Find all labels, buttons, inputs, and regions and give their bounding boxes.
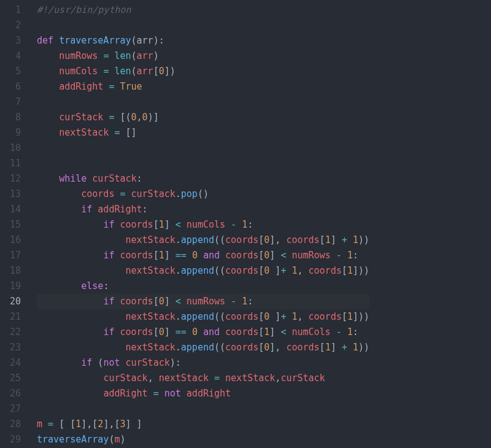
token: ]): [164, 66, 176, 77]
code-line[interactable]: coords = curStack.pop(): [37, 187, 369, 202]
code-line[interactable]: [37, 95, 369, 110]
token: 1: [347, 326, 353, 338]
line-number: 26: [0, 386, 21, 401]
code-line[interactable]: nextStack.append((coords[0], coords[1] +…: [37, 233, 369, 248]
code-line[interactable]: if coords[1] == 0 and coords[0] < numRow…: [37, 248, 369, 263]
token: [37, 311, 126, 322]
token: ((: [214, 311, 225, 322]
code-line[interactable]: traverseArray(m): [37, 432, 369, 447]
code-line[interactable]: numRows = len(arr): [37, 48, 369, 64]
code-line[interactable]: nextStack.append((coords[0 ]+ 1, coords[…: [37, 263, 369, 279]
token: ] ]: [126, 419, 142, 430]
token: [37, 250, 103, 261]
token: :: [142, 204, 148, 215]
token: addRight: [187, 388, 231, 399]
line-number: 11: [0, 156, 21, 171]
token: [: [258, 234, 264, 245]
token: numRows: [59, 50, 98, 61]
token: 1: [347, 265, 353, 276]
token: addRight: [59, 81, 103, 92]
token: -: [336, 250, 342, 261]
token: [37, 50, 59, 61]
code-line[interactable]: if coords[0] < numRows - 1:: [37, 294, 369, 309]
token: if: [103, 296, 114, 307]
token: curStack: [131, 188, 176, 199]
token: [269, 265, 275, 276]
code-line[interactable]: nextStack = []: [37, 125, 369, 141]
token: [: [153, 326, 159, 338]
code-line[interactable]: numCols = len(arr[0]): [37, 64, 369, 79]
code-area[interactable]: #!/usr/bin/python def traverseArray(arr)…: [29, 0, 369, 448]
token: .: [176, 265, 181, 276]
code-line[interactable]: if coords[0] == 0 and coords[1] < numCol…: [37, 325, 369, 340]
token: =: [214, 373, 220, 384]
token: [342, 250, 347, 261]
code-line[interactable]: m = [ [1],[2],[3] ]: [37, 417, 369, 432]
token: 1: [75, 419, 81, 430]
token: (: [131, 50, 137, 61]
line-number: 7: [0, 95, 21, 110]
code-line[interactable]: nextStack.append((coords[0], coords[1] +…: [37, 340, 369, 355]
line-number-gutter: 1234567891011121314151617181920212223242…: [0, 0, 29, 448]
token: append: [181, 311, 214, 322]
code-editor[interactable]: 1234567891011121314151617181920212223242…: [0, 0, 491, 448]
code-line[interactable]: if coords[1] < numCols - 1:: [37, 217, 369, 233]
token: [170, 250, 176, 261]
token: [87, 173, 92, 184]
token: 1: [347, 311, 353, 322]
code-line[interactable]: [37, 141, 369, 156]
token: nextStack: [126, 265, 176, 276]
token: [347, 342, 353, 353]
token: [37, 204, 81, 215]
code-line[interactable]: #!/usr/bin/python: [37, 2, 369, 18]
code-line[interactable]: if addRight:: [37, 202, 369, 217]
token: len: [114, 66, 131, 77]
token: [37, 280, 81, 292]
token: numCols: [292, 326, 330, 338]
token: ((: [214, 265, 225, 276]
code-line[interactable]: def traverseArray(arr):: [37, 33, 369, 48]
token: =: [48, 419, 53, 430]
token: [92, 204, 98, 215]
token: [37, 326, 103, 338]
token: coords: [309, 265, 342, 276]
token: curStack: [92, 173, 136, 184]
code-line[interactable]: [37, 18, 369, 33]
token: len: [114, 50, 131, 61]
token: nextStack: [59, 127, 109, 138]
token: [225, 219, 231, 230]
token: 0: [192, 250, 198, 261]
token: ],[: [81, 419, 98, 430]
code-line[interactable]: else:: [37, 279, 369, 294]
code-line[interactable]: curStack = [(0,0)]: [37, 110, 369, 125]
token: :: [353, 250, 358, 261]
token: [187, 250, 192, 261]
token: [: [320, 234, 325, 245]
code-line[interactable]: [37, 401, 369, 417]
token: if: [81, 204, 92, 215]
line-number: 27: [0, 401, 21, 417]
token: =: [120, 188, 125, 199]
token: coords: [286, 234, 319, 245]
token: [: [153, 219, 159, 230]
line-number: 6: [0, 79, 21, 95]
token: [342, 326, 347, 338]
token: <: [176, 296, 181, 307]
code-line[interactable]: addRight = True: [37, 79, 369, 95]
code-line[interactable]: [37, 156, 369, 171]
code-line[interactable]: if (not curStack):: [37, 355, 369, 371]
token: []: [126, 127, 137, 138]
token: ): [153, 50, 159, 61]
token: [120, 127, 125, 138]
code-line[interactable]: addRight = not addRight: [37, 386, 369, 401]
code-line[interactable]: nextStack.append((coords[0 ]+ 1, coords[…: [37, 309, 369, 325]
token: 0: [131, 112, 137, 123]
token: nextStack: [159, 373, 209, 384]
line-number: 18: [0, 263, 21, 279]
token: [347, 234, 353, 245]
line-number: 1: [0, 2, 21, 18]
token: 1: [353, 234, 358, 245]
token: if: [103, 219, 114, 230]
code-line[interactable]: curStack, nextStack = nextStack,curStack: [37, 371, 369, 386]
code-line[interactable]: while curStack:: [37, 171, 369, 187]
